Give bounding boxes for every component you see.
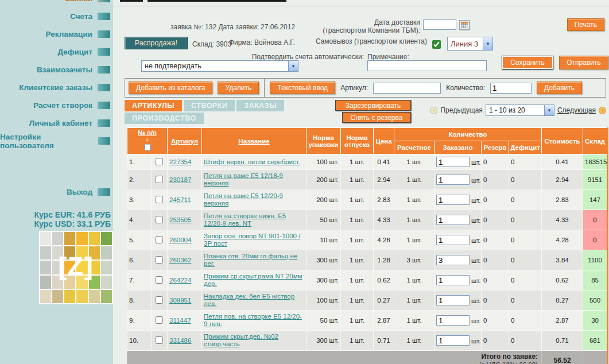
ordered-quantity-input[interactable] <box>436 157 470 167</box>
rate-eur: Курс EUR: 41.6 РУБ <box>0 210 111 219</box>
sidebar-item[interactable]: Взаимозачеты <box>0 61 113 79</box>
total-value: 56.52 <box>542 351 583 364</box>
article-link[interactable]: 245711 <box>169 196 191 203</box>
sidebar-item[interactable]: Настройки пользователя <box>0 132 113 150</box>
article-link[interactable]: 227354 <box>169 158 191 165</box>
article-link[interactable]: 331486 <box>169 337 191 344</box>
table-body: 1. 227354 Штифт верхн. петли серебрист. … <box>127 154 608 351</box>
ordered-quantity-input[interactable] <box>436 315 470 326</box>
product-name-link[interactable]: Петля на раме Е5 12/20-9 верхняя <box>204 192 283 207</box>
article-link[interactable]: 309951 <box>169 297 191 304</box>
product-name-link[interactable]: Штифт верхн. петли серебрист. <box>204 158 300 165</box>
article-link[interactable]: 264224 <box>169 277 191 284</box>
sidebar-item-zayavki[interactable]: Заявки <box>0 0 113 7</box>
prev-page-icon[interactable]: ‹ <box>430 107 437 114</box>
table-row: 8. 309951 Накладка дек. бел Е5 н/створ л… <box>127 291 608 311</box>
sort-article-link[interactable]: Артикул <box>171 138 198 145</box>
items-table: № п/п ▵ Артикул Название Норма упаковки … <box>127 127 608 364</box>
product-name-link[interactable]: Петля пов. на створке Е5 12/20-9 лев. <box>204 313 302 327</box>
delete-button[interactable]: Удалить <box>218 82 259 94</box>
confirm-invoices-select[interactable]: не подтверждать ▼ <box>141 60 298 72</box>
product-name-link[interactable]: Планка отв. 20мм гл.фальц не рег. <box>204 253 297 267</box>
product-name-link[interactable]: Петля на створке нижн. Е5 12/20-9 лев. N… <box>204 212 286 227</box>
sort-num-link[interactable]: № п/п <box>138 129 157 136</box>
reserve-button[interactable]: Зарезервировать <box>335 100 411 111</box>
send-button[interactable]: Отправить <box>559 56 608 69</box>
column-header-calc: Расчетное <box>394 141 435 154</box>
row-checkbox[interactable] <box>156 276 163 284</box>
row-checkbox[interactable] <box>156 196 163 203</box>
article-link[interactable]: 260004 <box>169 237 191 243</box>
ordered-quantity-input[interactable] <box>436 215 470 225</box>
ordered-quantity-input[interactable] <box>436 335 470 346</box>
print-button[interactable]: Печать <box>567 18 604 31</box>
article-link[interactable]: 230187 <box>169 176 191 183</box>
chevron-down-icon: ▼ <box>544 105 554 115</box>
tab-sashes[interactable]: СТВОРКИ <box>184 100 235 111</box>
line-select[interactable]: Линия 3 ▼ <box>447 37 493 51</box>
row-checkbox[interactable] <box>156 316 163 324</box>
article-link[interactable]: 311447 <box>169 317 191 324</box>
row-checkbox[interactable] <box>156 256 163 264</box>
pickup-checkbox[interactable] <box>432 40 441 49</box>
items-toolbar: Добавить из каталога Удалить Текстовый в… <box>125 78 606 98</box>
product-name-link[interactable]: Накладка дек. бел Е5 н/створ лев. <box>204 293 294 307</box>
select-all-checkbox[interactable] <box>144 143 151 152</box>
row-checkbox[interactable] <box>156 158 163 165</box>
row-checkbox[interactable] <box>156 336 163 344</box>
calendar-icon[interactable] <box>459 20 470 30</box>
save-button[interactable]: Сохранить <box>502 56 553 69</box>
tab-orders[interactable]: ЗАКАЗЫ <box>236 100 284 111</box>
sidebar-item[interactable]: Расчет створок <box>0 96 113 114</box>
mosaic-tile <box>76 232 87 245</box>
sidebar-item[interactable]: Личный кабинет <box>0 114 113 132</box>
add-button[interactable]: Добавить <box>537 82 582 94</box>
ordered-quantity-input[interactable] <box>436 175 470 185</box>
sidebar-item[interactable]: Дефицит <box>0 43 113 61</box>
order-header: заявка №: 132 Дата заявки: 27.06.2012 Да… <box>113 0 609 78</box>
product-name-link[interactable]: Прижим скрыт.дер. №02 створ.часть <box>204 333 278 347</box>
sale-button[interactable]: Распродажа! <box>125 37 188 49</box>
row-checkbox[interactable] <box>156 236 163 243</box>
ordered-quantity-input[interactable] <box>436 275 470 285</box>
article-link[interactable]: 253505 <box>169 216 191 223</box>
sidebar-item[interactable]: Рекламации <box>0 25 113 43</box>
table-row: 10. 331486 Прижим скрыт.дер. №02 створ.ч… <box>127 331 608 351</box>
add-from-catalog-button[interactable]: Добавить из каталога <box>129 82 212 94</box>
article-link[interactable]: 260362 <box>169 257 191 264</box>
table-row: 5. 260004 Запор осн. повор NT 901-1000 /… <box>127 230 608 250</box>
ordered-quantity-input[interactable] <box>436 295 470 305</box>
mosaic-tile <box>40 276 51 289</box>
total-label: Итого по заявке: (с НДС 18%: 66.69) <box>127 351 542 364</box>
sidebar-item[interactable]: Счета <box>0 7 113 25</box>
sidebar-item-exit[interactable]: Выход <box>0 183 113 201</box>
ordered-quantity-input[interactable] <box>436 255 470 265</box>
menu-bullet-icon <box>98 30 110 38</box>
sidebar-item[interactable]: Клиентские заказы <box>0 79 113 96</box>
mosaic-tile <box>101 276 112 289</box>
ordered-quantity-input[interactable] <box>436 235 470 245</box>
row-checkbox[interactable] <box>156 216 163 223</box>
delivery-date-input[interactable] <box>423 20 456 30</box>
tab-production[interactable]: ПРОИЗВОДСТВО <box>125 113 204 124</box>
unreserve-button[interactable]: Снять с резерва <box>342 112 411 123</box>
menu-bullet-icon <box>98 13 110 20</box>
row-checkbox[interactable] <box>156 176 163 183</box>
page-range-select[interactable]: 1 - 10 из 20 ▼ <box>486 104 554 116</box>
tab-articles[interactable]: АРТИКУЛЫ <box>125 100 182 111</box>
product-name-link[interactable]: Прижим ср.скрыт.рама NT 20мм дер. <box>204 273 302 287</box>
quantity-input[interactable] <box>490 83 532 94</box>
product-name-link[interactable]: Петля на раме Е5 12/18-9 верхняя <box>204 172 283 187</box>
text-input-button[interactable]: Текстовый ввод <box>270 82 335 94</box>
product-name-link[interactable]: Запор осн. повор NT 901-1000 / 3Р пост <box>204 233 300 247</box>
next-page-link[interactable]: Следующая <box>557 106 596 114</box>
next-page-icon[interactable]: › <box>599 107 606 114</box>
reserve-buttons: Зарезервировать Снять с резерва <box>335 100 411 123</box>
sort-name-link[interactable]: Название <box>238 138 269 145</box>
app-window: Заявки Счета Рекламации Дефицит <box>0 0 609 364</box>
ordered-quantity-input[interactable] <box>436 195 470 205</box>
article-input[interactable] <box>373 83 441 94</box>
note-input[interactable] <box>367 60 487 71</box>
row-checkbox[interactable] <box>156 296 163 304</box>
stock-badge: 30 <box>583 311 608 331</box>
